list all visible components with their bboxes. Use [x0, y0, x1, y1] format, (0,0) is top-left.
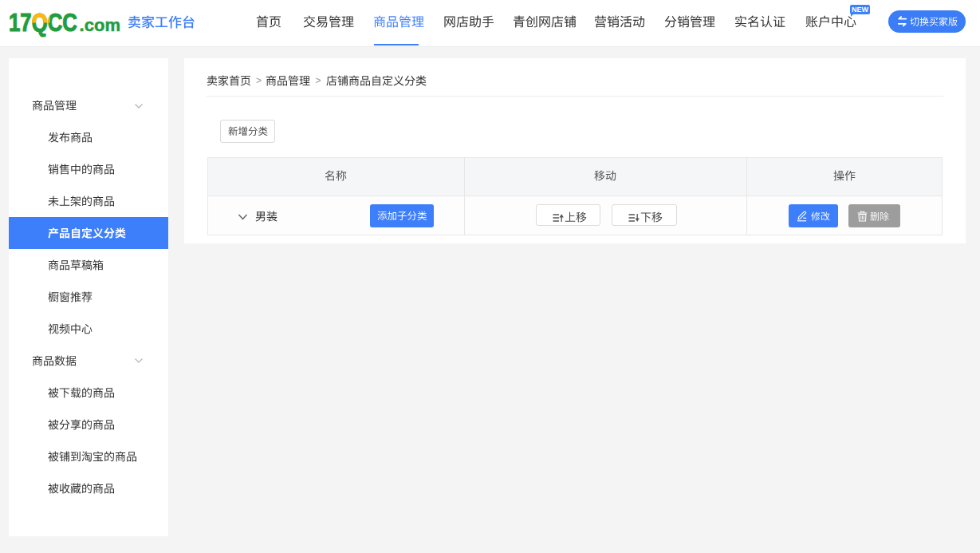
- svg-text:.com: .com: [80, 15, 120, 35]
